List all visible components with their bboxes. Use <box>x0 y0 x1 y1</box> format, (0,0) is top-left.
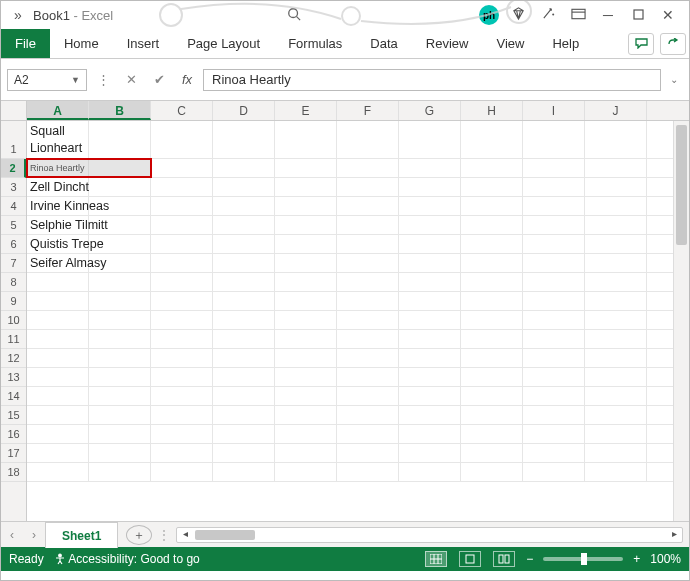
cell-A2[interactable]: Rinoa Heartly <box>27 159 89 177</box>
rowhdr-7[interactable]: 7 <box>1 254 26 273</box>
rowhdr-5[interactable]: 5 <box>1 216 26 235</box>
cell-A1[interactable]: Squall Lionheart <box>27 121 89 158</box>
rowhdr-10[interactable]: 10 <box>1 311 26 330</box>
rowhdr-1[interactable]: 1 <box>1 121 26 159</box>
zoom-in-button[interactable]: + <box>633 552 640 566</box>
horizontal-scrollbar[interactable]: ◂▸ <box>176 527 683 543</box>
rowhdr-16[interactable]: 16 <box>1 425 26 444</box>
tab-review[interactable]: Review <box>412 29 483 58</box>
add-sheet-button[interactable]: ＋ <box>126 525 152 545</box>
select-all-corner[interactable] <box>1 101 27 120</box>
grid: A B C D E F G H I J 1 2 3 4 5 6 7 8 9 10… <box>1 101 689 521</box>
row-headers: 1 2 3 4 5 6 7 8 9 10 11 12 13 14 15 16 1… <box>1 121 27 521</box>
zoom-out-button[interactable]: − <box>526 552 533 566</box>
zoom-slider[interactable] <box>543 557 623 561</box>
formula-input[interactable]: Rinoa Heartly <box>203 69 661 91</box>
tab-view[interactable]: View <box>482 29 538 58</box>
cell-A3[interactable]: Zell Dincht <box>27 178 89 196</box>
formula-bar: A2▼ ⋮ ✕ ✔ fx Rinoa Heartly ⌄ <box>1 59 689 101</box>
rowhdr-3[interactable]: 3 <box>1 178 26 197</box>
name-box[interactable]: A2▼ <box>7 69 87 91</box>
sheet-tab-bar: ‹ › Sheet1 ＋ ⋮ ◂▸ <box>1 521 689 547</box>
rowhdr-11[interactable]: 11 <box>1 330 26 349</box>
cancel-icon[interactable]: ✕ <box>119 69 143 91</box>
colhdr-A[interactable]: A <box>27 101 89 120</box>
view-pagelayout-button[interactable] <box>459 551 481 567</box>
colhdr-H[interactable]: H <box>461 101 523 120</box>
rowhdr-12[interactable]: 12 <box>1 349 26 368</box>
account-badge[interactable]: ph <box>479 5 499 25</box>
svg-line-4 <box>297 16 301 20</box>
comments-button[interactable] <box>628 33 654 55</box>
svg-rect-14 <box>499 555 503 563</box>
tab-insert[interactable]: Insert <box>113 29 174 58</box>
tab-pagelayout[interactable]: Page Layout <box>173 29 274 58</box>
svg-point-8 <box>58 554 61 557</box>
rowhdr-8[interactable]: 8 <box>1 273 26 292</box>
search-icon[interactable] <box>279 7 309 24</box>
colhdr-I[interactable]: I <box>523 101 585 120</box>
view-normal-button[interactable] <box>425 551 447 567</box>
rowhdr-4[interactable]: 4 <box>1 197 26 216</box>
fx-icon[interactable]: fx <box>175 69 199 91</box>
zoom-level[interactable]: 100% <box>650 552 681 566</box>
namebox-more-icon[interactable]: ⋮ <box>91 69 115 91</box>
quick-access-more-icon[interactable]: » <box>7 7 29 23</box>
tab-data[interactable]: Data <box>356 29 411 58</box>
cell-B1[interactable] <box>89 121 151 158</box>
tab-home[interactable]: Home <box>50 29 113 58</box>
cells-area[interactable]: Squall Lionheart Rinoa Heartly Zell Dinc… <box>27 121 689 521</box>
minimize-button[interactable]: ─ <box>593 7 623 23</box>
accessibility-status[interactable]: Accessibility: Good to go <box>54 552 200 566</box>
colhdr-B[interactable]: B <box>89 101 151 120</box>
rowhdr-9[interactable]: 9 <box>1 292 26 311</box>
cell-A6[interactable]: Quistis Trepe <box>27 235 89 253</box>
cell-B2[interactable] <box>89 159 151 177</box>
colhdr-J[interactable]: J <box>585 101 647 120</box>
column-headers: A B C D E F G H I J <box>1 101 689 121</box>
colhdr-E[interactable]: E <box>275 101 337 120</box>
svg-rect-13 <box>466 555 474 563</box>
titlebar: » Book1 - Excel ph ─ ✕ <box>1 1 689 29</box>
colhdr-G[interactable]: G <box>399 101 461 120</box>
divider-icon: ⋮ <box>158 528 170 542</box>
rowhdr-17[interactable]: 17 <box>1 444 26 463</box>
vertical-scrollbar[interactable] <box>673 121 689 521</box>
colhdr-D[interactable]: D <box>213 101 275 120</box>
window-title: Book1 - Excel <box>33 8 113 23</box>
cell-A7[interactable]: Seifer Almasy <box>27 254 89 272</box>
sheet-nav-next-icon[interactable]: › <box>23 528 45 542</box>
rowhdr-13[interactable]: 13 <box>1 368 26 387</box>
sparkle-icon[interactable] <box>533 6 563 24</box>
rowhdr-15[interactable]: 15 <box>1 406 26 425</box>
rowhdr-6[interactable]: 6 <box>1 235 26 254</box>
tab-help[interactable]: Help <box>538 29 593 58</box>
colhdr-C[interactable]: C <box>151 101 213 120</box>
tab-file[interactable]: File <box>1 29 50 58</box>
status-bar: Ready Accessibility: Good to go − + 100% <box>1 547 689 571</box>
svg-point-3 <box>289 8 298 17</box>
diamond-icon[interactable] <box>503 6 533 24</box>
rowhdr-2[interactable]: 2 <box>1 159 26 178</box>
colhdr-F[interactable]: F <box>337 101 399 120</box>
svg-rect-5 <box>571 9 584 18</box>
ribbon-display-icon[interactable] <box>563 7 593 23</box>
rowhdr-14[interactable]: 14 <box>1 387 26 406</box>
rowhdr-18[interactable]: 18 <box>1 463 26 482</box>
ribbon-tabs: File Home Insert Page Layout Formulas Da… <box>1 29 689 59</box>
close-button[interactable]: ✕ <box>653 7 683 23</box>
formula-expand-icon[interactable]: ⌄ <box>665 74 683 85</box>
view-pagebreak-button[interactable] <box>493 551 515 567</box>
svg-rect-7 <box>634 10 643 19</box>
status-ready: Ready <box>9 552 44 566</box>
enter-icon[interactable]: ✔ <box>147 69 171 91</box>
svg-rect-15 <box>505 555 509 563</box>
sheet-nav-prev-icon[interactable]: ‹ <box>1 528 23 542</box>
share-button[interactable] <box>660 33 686 55</box>
sheet-tab-active[interactable]: Sheet1 <box>45 522 118 548</box>
maximize-button[interactable] <box>623 7 653 23</box>
cell-A4[interactable]: Irvine Kinneas <box>27 197 89 215</box>
cell-A5[interactable]: Selphie Tilmitt <box>27 216 89 234</box>
tab-formulas[interactable]: Formulas <box>274 29 356 58</box>
